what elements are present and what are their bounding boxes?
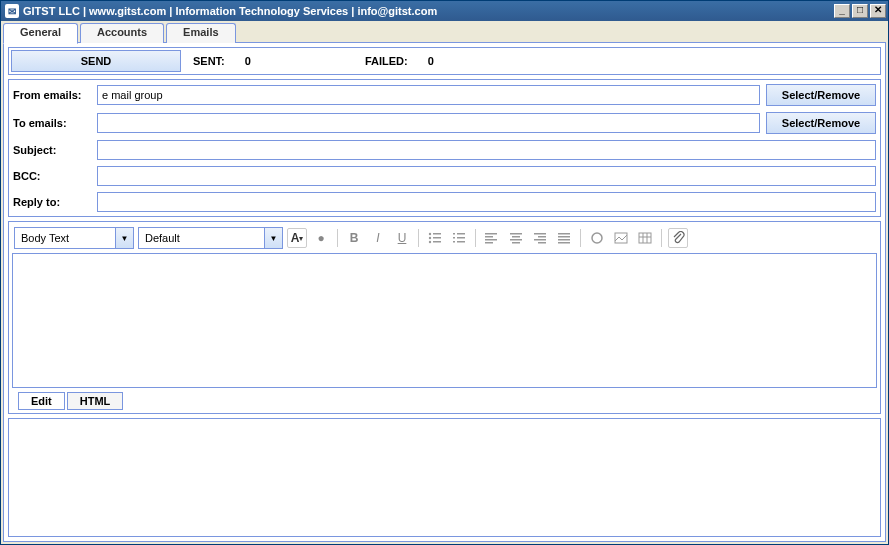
send-status-row: SEND SENT: 0 FAILED: 0	[8, 47, 881, 75]
svg-rect-20	[534, 233, 546, 235]
paperclip-icon	[671, 231, 685, 245]
failed-label: FAILED:	[365, 55, 408, 67]
subject-label: Subject:	[13, 144, 97, 156]
svg-rect-1	[433, 233, 441, 235]
close-button[interactable]: ✕	[870, 4, 886, 18]
app-window: ✉ GITST LLC | www.gitst.com | Informatio…	[0, 0, 889, 545]
svg-rect-11	[457, 241, 465, 243]
svg-rect-26	[558, 239, 570, 241]
svg-rect-23	[538, 242, 546, 244]
align-center-icon	[509, 232, 523, 244]
svg-rect-6	[453, 233, 455, 235]
main-tabs: General Accounts Emails	[3, 23, 886, 43]
align-justify-icon	[557, 232, 571, 244]
underline-button[interactable]: U	[392, 228, 412, 248]
general-panel: SEND SENT: 0 FAILED: 0 From emails: Sele…	[3, 42, 886, 542]
font-color-button[interactable]: ●	[311, 228, 331, 248]
content-area: General Accounts Emails SEND SENT: 0 FAI…	[1, 21, 888, 544]
failed-value: 0	[428, 55, 434, 67]
image-icon	[614, 232, 628, 244]
svg-rect-9	[457, 237, 465, 239]
tab-emails[interactable]: Emails	[166, 23, 235, 43]
from-label: From emails:	[13, 89, 97, 101]
svg-rect-5	[433, 241, 441, 243]
maximize-button[interactable]: □	[852, 4, 868, 18]
email-fields: From emails: Select/Remove To emails: Se…	[8, 79, 881, 217]
bcc-label: BCC:	[13, 170, 97, 182]
svg-rect-8	[453, 237, 455, 239]
link-icon	[590, 231, 604, 245]
chevron-down-icon: ▼	[264, 228, 282, 248]
send-button[interactable]: SEND	[11, 50, 181, 72]
svg-rect-27	[558, 242, 570, 244]
from-input[interactable]	[97, 85, 760, 105]
to-label: To emails:	[13, 117, 97, 129]
svg-rect-16	[510, 233, 522, 235]
svg-rect-19	[512, 242, 520, 244]
svg-rect-30	[639, 233, 651, 243]
svg-rect-25	[558, 236, 570, 238]
bullet-list-button[interactable]	[425, 228, 445, 248]
window-controls: _ □ ✕	[834, 4, 886, 18]
svg-rect-13	[485, 236, 493, 238]
svg-point-0	[429, 233, 431, 235]
numbered-list-button[interactable]	[449, 228, 469, 248]
paragraph-style-value: Body Text	[15, 232, 115, 244]
tab-accounts[interactable]: Accounts	[80, 23, 164, 43]
attach-button[interactable]	[668, 228, 688, 248]
font-select[interactable]: Default ▼	[138, 227, 283, 249]
minimize-button[interactable]: _	[834, 4, 850, 18]
svg-rect-21	[538, 236, 546, 238]
app-icon: ✉	[5, 4, 19, 18]
editor-mode-tabs: Edit HTML	[12, 390, 877, 410]
to-input[interactable]	[97, 113, 760, 133]
svg-rect-7	[457, 233, 465, 235]
svg-rect-10	[453, 241, 455, 243]
svg-rect-22	[534, 239, 546, 241]
editor-body[interactable]	[12, 253, 877, 388]
insert-image-button[interactable]	[611, 228, 631, 248]
svg-rect-14	[485, 239, 497, 241]
insert-table-button[interactable]	[635, 228, 655, 248]
svg-rect-12	[485, 233, 497, 235]
svg-point-28	[592, 233, 602, 243]
bold-button[interactable]: B	[344, 228, 364, 248]
paragraph-style-select[interactable]: Body Text ▼	[14, 227, 134, 249]
italic-button[interactable]: I	[368, 228, 388, 248]
sent-label: SENT:	[193, 55, 225, 67]
editor-tab-edit[interactable]: Edit	[18, 392, 65, 410]
editor-toolbar: Body Text ▼ Default ▼ A▾ ● B I U	[12, 225, 877, 251]
numbered-list-icon	[452, 232, 466, 244]
reply-label: Reply to:	[13, 196, 97, 208]
svg-rect-18	[510, 239, 522, 241]
table-icon	[638, 232, 652, 244]
chevron-down-icon: ▼	[115, 228, 133, 248]
editor-tab-html[interactable]: HTML	[67, 392, 124, 410]
align-justify-button[interactable]	[554, 228, 574, 248]
align-right-icon	[533, 232, 547, 244]
titlebar: ✉ GITST LLC | www.gitst.com | Informatio…	[1, 1, 888, 21]
reply-input[interactable]	[97, 192, 876, 212]
from-select-remove-button[interactable]: Select/Remove	[766, 84, 876, 106]
insert-link-button[interactable]	[587, 228, 607, 248]
subject-input[interactable]	[97, 140, 876, 160]
svg-rect-3	[433, 237, 441, 239]
to-select-remove-button[interactable]: Select/Remove	[766, 112, 876, 134]
svg-rect-24	[558, 233, 570, 235]
bcc-input[interactable]	[97, 166, 876, 186]
font-size-button[interactable]: A▾	[287, 228, 307, 248]
svg-rect-29	[615, 233, 627, 243]
svg-rect-15	[485, 242, 493, 244]
svg-point-4	[429, 241, 431, 243]
align-left-button[interactable]	[482, 228, 502, 248]
log-panel	[8, 418, 881, 537]
sent-value: 0	[245, 55, 251, 67]
align-center-button[interactable]	[506, 228, 526, 248]
editor: Body Text ▼ Default ▼ A▾ ● B I U	[8, 221, 881, 414]
tab-general[interactable]: General	[3, 23, 78, 44]
bullet-list-icon	[428, 232, 442, 244]
svg-point-2	[429, 237, 431, 239]
window-title: GITST LLC | www.gitst.com | Information …	[23, 5, 834, 17]
align-left-icon	[485, 232, 499, 244]
align-right-button[interactable]	[530, 228, 550, 248]
